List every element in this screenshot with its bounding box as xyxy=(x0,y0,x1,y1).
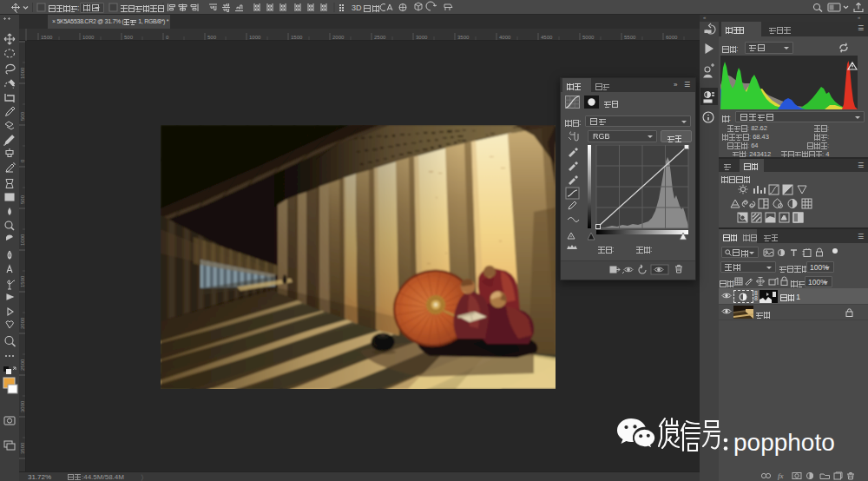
svg-text:3500: 3500 xyxy=(20,442,25,454)
svg-text:4500: 4500 xyxy=(541,35,553,40)
svg-text:5000: 5000 xyxy=(582,35,595,40)
svg-text:1500: 1500 xyxy=(20,275,25,287)
svg-text:1000: 1000 xyxy=(20,67,25,79)
svg-text:popphoto: popphoto xyxy=(733,429,835,456)
svg-text:1500: 1500 xyxy=(291,35,303,40)
svg-text:2500: 2500 xyxy=(374,35,386,40)
svg-text:0: 0 xyxy=(20,159,25,162)
svg-text:2000: 2000 xyxy=(332,35,345,40)
svg-text:500: 500 xyxy=(20,194,25,204)
svg-text:3500: 3500 xyxy=(457,35,470,40)
svg-text:500: 500 xyxy=(20,111,25,121)
svg-text:5500: 5500 xyxy=(624,35,636,40)
svg-text:4000: 4000 xyxy=(499,35,511,40)
svg-text:fx: fx xyxy=(778,471,784,480)
svg-text:500: 500 xyxy=(124,35,134,40)
svg-text:1000: 1000 xyxy=(20,234,25,246)
svg-text:500: 500 xyxy=(207,35,217,40)
svg-text:1500: 1500 xyxy=(41,35,53,40)
svg-text:2000: 2000 xyxy=(20,317,25,329)
svg-text:3000: 3000 xyxy=(416,35,428,40)
svg-text:2500: 2500 xyxy=(20,359,25,371)
svg-text:3000: 3000 xyxy=(20,400,25,412)
svg-text:1000: 1000 xyxy=(82,35,95,40)
svg-text:1000: 1000 xyxy=(249,35,261,40)
svg-text:0: 0 xyxy=(166,35,169,40)
svg-text:6000: 6000 xyxy=(666,35,678,40)
